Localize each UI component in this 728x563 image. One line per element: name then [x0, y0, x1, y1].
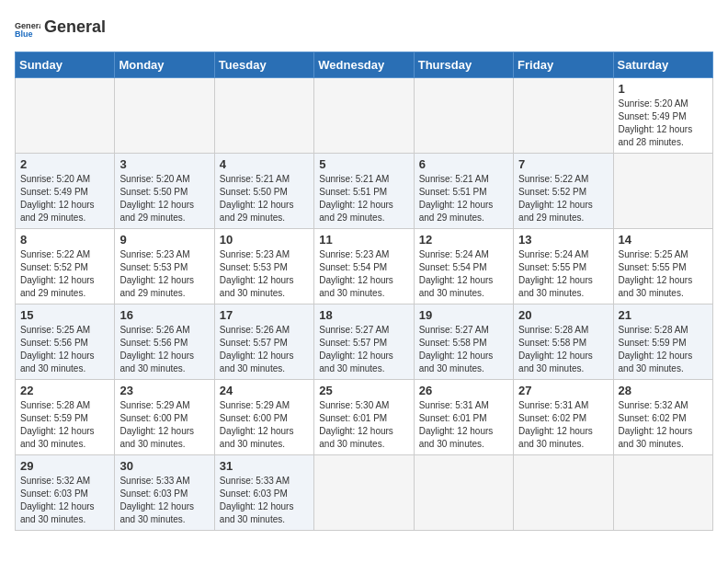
empty-cell — [214, 78, 313, 154]
empty-cell — [16, 78, 115, 154]
day-cell: 17Sunrise: 5:26 AMSunset: 5:57 PMDayligh… — [214, 304, 313, 380]
day-cell: 21Sunrise: 5:28 AMSunset: 5:59 PMDayligh… — [613, 304, 712, 380]
logo-icon: General Blue — [15, 15, 40, 40]
day-cell: 30Sunrise: 5:33 AMSunset: 6:03 PMDayligh… — [115, 455, 214, 531]
col-header-tuesday: Tuesday — [214, 52, 313, 78]
col-header-thursday: Thursday — [414, 52, 513, 78]
day-cell: 16Sunrise: 5:26 AMSunset: 5:56 PMDayligh… — [115, 304, 214, 380]
day-cell: 31Sunrise: 5:33 AMSunset: 6:03 PMDayligh… — [214, 455, 313, 531]
day-cell — [414, 455, 513, 531]
day-cell: 4Sunrise: 5:21 AMSunset: 5:50 PMDaylight… — [214, 154, 313, 229]
page-header: General Blue General — [15, 15, 713, 40]
day-cell: 3Sunrise: 5:20 AMSunset: 5:50 PMDaylight… — [115, 154, 214, 229]
calendar-table: SundayMondayTuesdayWednesdayThursdayFrid… — [15, 52, 713, 531]
day-cell: 13Sunrise: 5:24 AMSunset: 5:55 PMDayligh… — [514, 229, 613, 304]
day-cell: 28Sunrise: 5:32 AMSunset: 6:02 PMDayligh… — [613, 380, 712, 455]
logo: General Blue General — [15, 15, 106, 40]
day-cell: 29Sunrise: 5:32 AMSunset: 6:03 PMDayligh… — [16, 455, 115, 531]
col-header-sunday: Sunday — [16, 52, 115, 78]
logo-text: General — [44, 18, 106, 37]
day-cell: 11Sunrise: 5:23 AMSunset: 5:54 PMDayligh… — [314, 229, 414, 304]
empty-cell — [514, 78, 613, 154]
day-cell: 12Sunrise: 5:24 AMSunset: 5:54 PMDayligh… — [414, 229, 513, 304]
calendar-week-6: 29Sunrise: 5:32 AMSunset: 6:03 PMDayligh… — [16, 455, 713, 531]
day-cell: 25Sunrise: 5:30 AMSunset: 6:01 PMDayligh… — [314, 380, 414, 455]
calendar-week-5: 22Sunrise: 5:28 AMSunset: 5:59 PMDayligh… — [16, 380, 713, 455]
day-cell: 26Sunrise: 5:31 AMSunset: 6:01 PMDayligh… — [414, 380, 513, 455]
day-cell: 7Sunrise: 5:22 AMSunset: 5:52 PMDaylight… — [514, 154, 613, 229]
calendar-week-2: 2Sunrise: 5:20 AMSunset: 5:49 PMDaylight… — [16, 154, 713, 229]
day-cell: 20Sunrise: 5:28 AMSunset: 5:58 PMDayligh… — [514, 304, 613, 380]
day-cell: 5Sunrise: 5:21 AMSunset: 5:51 PMDaylight… — [314, 154, 414, 229]
day-cell: 18Sunrise: 5:27 AMSunset: 5:57 PMDayligh… — [314, 304, 414, 380]
col-header-saturday: Saturday — [613, 52, 712, 78]
day-cell — [314, 455, 414, 531]
day-cell: 15Sunrise: 5:25 AMSunset: 5:56 PMDayligh… — [16, 304, 115, 380]
day-cell — [514, 455, 613, 531]
day-cell: 1Sunrise: 5:20 AMSunset: 5:49 PMDaylight… — [613, 78, 712, 154]
calendar-week-4: 15Sunrise: 5:25 AMSunset: 5:56 PMDayligh… — [16, 304, 713, 380]
col-header-wednesday: Wednesday — [314, 52, 414, 78]
day-cell: 19Sunrise: 5:27 AMSunset: 5:58 PMDayligh… — [414, 304, 513, 380]
empty-cell — [414, 78, 513, 154]
day-cell: 6Sunrise: 5:21 AMSunset: 5:51 PMDaylight… — [414, 154, 513, 229]
day-cell — [613, 455, 712, 531]
svg-text:Blue: Blue — [15, 29, 33, 39]
calendar-week-3: 8Sunrise: 5:22 AMSunset: 5:52 PMDaylight… — [16, 229, 713, 304]
day-cell: 14Sunrise: 5:25 AMSunset: 5:55 PMDayligh… — [613, 229, 712, 304]
day-cell: 2Sunrise: 5:20 AMSunset: 5:49 PMDaylight… — [16, 154, 115, 229]
empty-cell — [115, 78, 214, 154]
day-cell — [613, 154, 712, 229]
calendar-week-1: 1Sunrise: 5:20 AMSunset: 5:49 PMDaylight… — [16, 78, 713, 154]
day-cell: 23Sunrise: 5:29 AMSunset: 6:00 PMDayligh… — [115, 380, 214, 455]
day-cell: 27Sunrise: 5:31 AMSunset: 6:02 PMDayligh… — [514, 380, 613, 455]
col-header-friday: Friday — [514, 52, 613, 78]
day-cell: 9Sunrise: 5:23 AMSunset: 5:53 PMDaylight… — [115, 229, 214, 304]
day-cell: 8Sunrise: 5:22 AMSunset: 5:52 PMDaylight… — [16, 229, 115, 304]
col-header-monday: Monday — [115, 52, 214, 78]
day-cell: 24Sunrise: 5:29 AMSunset: 6:00 PMDayligh… — [214, 380, 313, 455]
day-cell: 22Sunrise: 5:28 AMSunset: 5:59 PMDayligh… — [16, 380, 115, 455]
day-cell: 10Sunrise: 5:23 AMSunset: 5:53 PMDayligh… — [214, 229, 313, 304]
empty-cell — [314, 78, 414, 154]
